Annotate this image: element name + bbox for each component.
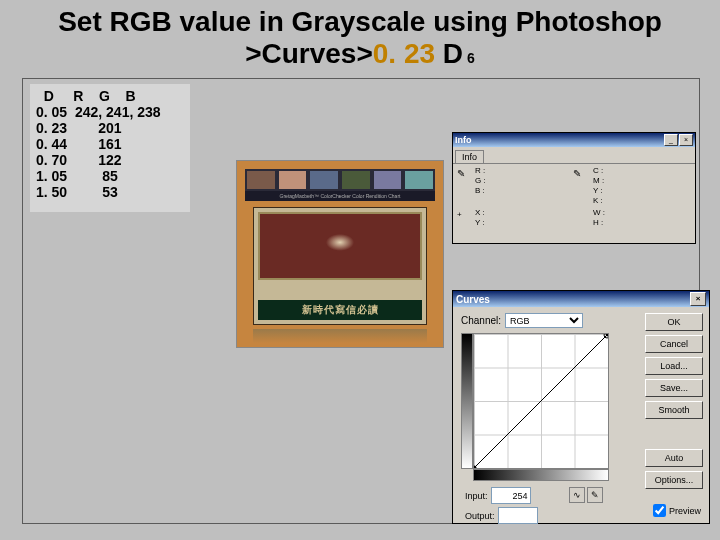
spine-text: 新時代寫信必讀 xyxy=(302,303,379,317)
info-c-label: C : xyxy=(593,166,603,175)
info-w-label: W : xyxy=(593,208,605,217)
book-cover-art xyxy=(258,212,422,280)
info-y2-label: Y : xyxy=(475,218,485,227)
tab-info[interactable]: Info xyxy=(455,150,484,163)
table-header: D R G B xyxy=(36,88,184,104)
info-h-label: H : xyxy=(593,218,603,227)
eyedropper-icon: ✎ xyxy=(573,168,585,180)
horizontal-gradient xyxy=(473,469,609,481)
info-titlebar[interactable]: Info _ × xyxy=(453,133,695,147)
ok-button[interactable]: OK xyxy=(645,313,703,331)
info-tabrow: Info xyxy=(453,147,695,164)
svg-line-0 xyxy=(474,334,608,468)
table-row: 0. 70 122 xyxy=(36,152,184,168)
info-panel[interactable]: Info _ × Info ✎ R : G : B : ✎ C : M : Y … xyxy=(452,132,696,244)
curves-titlebar[interactable]: Curves × xyxy=(453,291,709,307)
info-m-label: M : xyxy=(593,176,604,185)
sample-photo: GretagMacbeth™ ColorChecker Color Rendit… xyxy=(236,160,444,348)
title-six: 6 xyxy=(467,50,475,66)
smooth-button[interactable]: Smooth xyxy=(645,401,703,419)
save-button[interactable]: Save... xyxy=(645,379,703,397)
curve-tool-icon[interactable]: ∿ xyxy=(569,487,585,503)
input-field[interactable] xyxy=(491,487,531,504)
table-row: 0. 23 201 xyxy=(36,120,184,136)
info-body: ✎ R : G : B : ✎ C : M : Y : K : + X : Y … xyxy=(453,164,695,242)
input-label: Input: xyxy=(465,491,488,501)
curves-dialog[interactable]: Curves × Channel: RGB Input: Output: ∿ ✎… xyxy=(452,290,710,524)
crosshair-icon: + xyxy=(457,210,462,219)
curves-graph[interactable] xyxy=(473,333,609,469)
vertical-gradient xyxy=(461,333,473,469)
button-column-2: Auto Options... xyxy=(645,449,703,489)
book-spine: 新時代寫信必讀 xyxy=(258,300,422,320)
info-y-label: Y : xyxy=(593,186,603,195)
info-r-label: R : xyxy=(475,166,485,175)
channel-label: Channel: xyxy=(461,315,501,326)
colorchecker-label: GretagMacbeth™ ColorChecker Color Rendit… xyxy=(245,191,435,201)
input-output: Input: Output: xyxy=(465,487,538,524)
title-pre: Set RGB value in Grayscale using Photosh… xyxy=(58,6,662,69)
options-button[interactable]: Options... xyxy=(645,471,703,489)
curves-title: Curves xyxy=(456,294,490,305)
info-title: Info xyxy=(455,135,472,145)
page-title: Set RGB value in Grayscale using Photosh… xyxy=(0,6,720,70)
output-field[interactable] xyxy=(498,507,538,524)
channel-select[interactable]: RGB xyxy=(505,313,583,328)
preview-row: Preview xyxy=(653,504,701,517)
output-label: Output: xyxy=(465,511,495,521)
book-shadow xyxy=(253,329,427,343)
minimize-button[interactable]: _ xyxy=(664,134,678,146)
book-cover: 新時代寫信必讀 xyxy=(253,207,427,325)
eyedropper-icon: ✎ xyxy=(457,168,469,180)
pencil-tool-icon[interactable]: ✎ xyxy=(587,487,603,503)
bird-illustration xyxy=(308,228,372,264)
table-row: 1. 05 85 xyxy=(36,168,184,184)
cancel-button[interactable]: Cancel xyxy=(645,335,703,353)
colorchecker-strip xyxy=(245,169,435,191)
title-post: D xyxy=(435,38,463,69)
info-b-label: B : xyxy=(475,186,485,195)
info-g-label: G : xyxy=(475,176,486,185)
curve-line[interactable] xyxy=(474,334,608,468)
table-row: 1. 50 53 xyxy=(36,184,184,200)
table-row: 0. 05 242, 241, 238 xyxy=(36,104,184,120)
table-row: 0. 44 161 xyxy=(36,136,184,152)
density-table: D R G B 0. 05 242, 241, 238 0. 23 201 0.… xyxy=(30,84,190,212)
info-x-label: X : xyxy=(475,208,485,217)
preview-label: Preview xyxy=(669,506,701,516)
info-k-label: K : xyxy=(593,196,603,205)
auto-button[interactable]: Auto xyxy=(645,449,703,467)
close-button[interactable]: × xyxy=(679,134,693,146)
preview-checkbox[interactable] xyxy=(653,504,666,517)
close-button[interactable]: × xyxy=(690,292,706,306)
button-column: OK Cancel Load... Save... Smooth xyxy=(645,313,703,419)
channel-row: Channel: RGB xyxy=(461,313,583,328)
load-button[interactable]: Load... xyxy=(645,357,703,375)
curve-tools: ∿ ✎ xyxy=(569,487,603,503)
title-highlight: 0. 23 xyxy=(373,38,435,69)
